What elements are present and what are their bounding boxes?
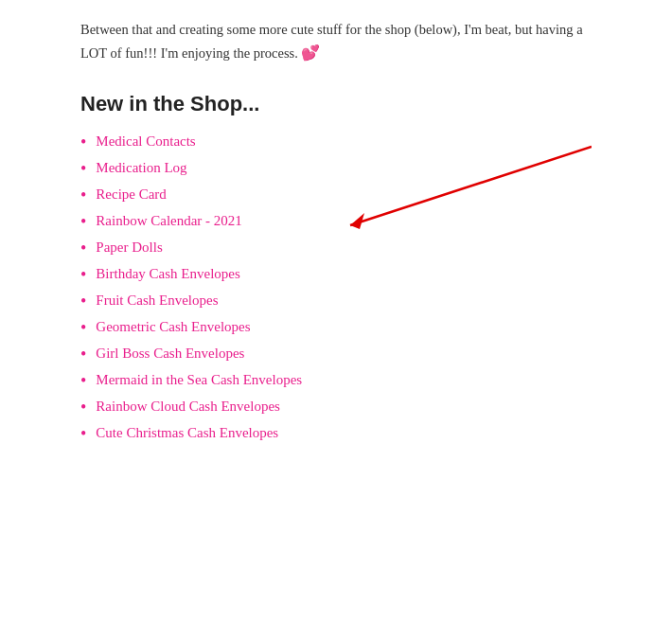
shop-item-link[interactable]: Birthday Cash Envelopes <box>96 266 239 282</box>
shop-item-link[interactable]: Paper Dolls <box>96 240 162 256</box>
list-item: •Fruit Cash Envelopes <box>80 293 592 310</box>
bullet-icon: • <box>80 240 86 257</box>
list-item: •Paper Dolls <box>80 240 592 257</box>
shop-item-link[interactable]: Cute Christmas Cash Envelopes <box>96 425 278 441</box>
bullet-icon: • <box>80 293 86 310</box>
list-item: •Girl Boss Cash Envelopes <box>80 346 592 363</box>
bullet-icon: • <box>80 133 86 151</box>
intro-paragraph: Between that and creating some more cute… <box>80 19 592 65</box>
list-item: •Birthday Cash Envelopes <box>80 266 592 283</box>
bullet-icon: • <box>80 266 86 283</box>
intro-text: Between that and creating some more cute… <box>80 22 583 61</box>
bullet-icon: • <box>80 399 86 416</box>
bullet-icon: • <box>80 319 86 336</box>
list-item: •Medication Log <box>80 160 592 177</box>
bullet-icon: • <box>80 160 86 177</box>
list-item: •Medical Contacts <box>80 133 592 151</box>
list-item: •Rainbow Cloud Cash Envelopes <box>80 399 592 416</box>
shop-item-link[interactable]: Rainbow Cloud Cash Envelopes <box>96 399 280 415</box>
page-container: Between that and creating some more cute… <box>0 0 672 621</box>
bullet-icon: • <box>80 425 86 442</box>
list-item: •Cute Christmas Cash Envelopes <box>80 425 592 442</box>
shop-item-link[interactable]: Medical Contacts <box>96 133 195 150</box>
shop-list: •Medical Contacts•Medication Log•Recipe … <box>80 133 592 442</box>
shop-item-link[interactable]: Geometric Cash Envelopes <box>96 319 250 335</box>
list-item: •Recipe Card <box>80 186 592 204</box>
bullet-icon: • <box>80 186 86 204</box>
list-item: •Rainbow Calendar - 2021 <box>80 213 592 230</box>
shop-item-link[interactable]: Fruit Cash Envelopes <box>96 293 218 309</box>
section-title: New in the Shop... <box>80 92 592 116</box>
shop-item-link[interactable]: Medication Log <box>96 160 186 176</box>
bullet-icon: • <box>80 346 86 363</box>
content-area: Between that and creating some more cute… <box>80 0 592 621</box>
bullet-icon: • <box>80 213 86 230</box>
shop-item-link[interactable]: Rainbow Calendar - 2021 <box>96 213 242 229</box>
shop-item-link[interactable]: Girl Boss Cash Envelopes <box>96 346 244 362</box>
shop-item-link[interactable]: Recipe Card <box>96 186 167 203</box>
bullet-icon: • <box>80 372 86 389</box>
list-item: •Mermaid in the Sea Cash Envelopes <box>80 372 592 389</box>
shop-item-link[interactable]: Mermaid in the Sea Cash Envelopes <box>96 372 302 388</box>
list-item: •Geometric Cash Envelopes <box>80 319 592 336</box>
heart-emoji: 💕 <box>301 44 320 61</box>
